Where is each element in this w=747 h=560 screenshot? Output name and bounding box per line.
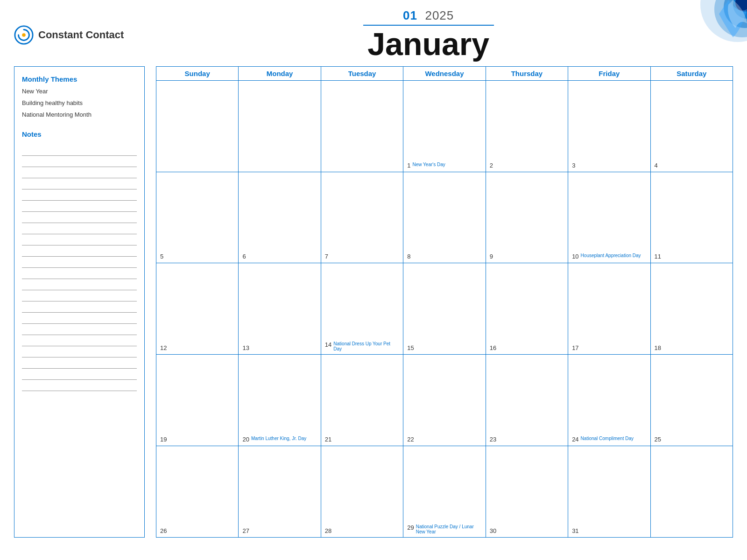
date-number: 5 [160,253,163,260]
cal-cell-jan22: 22 [403,355,486,446]
notes-title: Notes [22,130,137,138]
cal-cell-jan21: 21 [321,355,403,446]
note-line[interactable] [22,324,137,335]
date-number: 11 [655,253,661,260]
cal-cell-jan16: 16 [486,263,568,355]
month-number: 01 [403,8,417,22]
note-line[interactable] [22,189,137,201]
date-number: 27 [242,527,249,534]
date-number: 26 [160,527,167,534]
cal-cell-jan20: 20 Martin Luther King, Jr. Day [239,355,321,446]
week-2: 5 6 7 8 9 10 Houseplant Appreciation Day [156,172,733,264]
cal-cell-jan11: 11 [651,172,733,264]
cal-cell-jan26: 26 [156,446,239,538]
date-number: 18 [655,344,661,351]
cal-cell-empty [239,81,321,172]
cal-cell-empty [321,81,403,172]
cal-cell-jan27: 27 [239,446,321,538]
date-number: 12 [160,344,167,351]
note-line[interactable] [22,268,137,279]
week-5: 26 27 28 29 National Puzzle Day / Lunar … [156,446,733,538]
date-number: 24 [572,436,578,443]
cal-cell-jan3: 3 [568,81,650,172]
note-line[interactable] [22,234,137,245]
week-3: 12 13 14 National Dress Up Your Pet Day … [156,263,733,355]
note-line[interactable] [22,346,137,357]
date-number: 9 [490,253,493,260]
cell-event: National Puzzle Day / Lunar New Year [416,524,482,534]
note-line[interactable] [22,369,137,380]
note-line[interactable] [22,301,137,313]
month-name: January [124,27,733,62]
day-header-wednesday: Wednesday [403,67,486,81]
notes-lines [22,145,137,530]
theme-item-3: National Mentoring Month [22,111,137,118]
cal-cell-jan14: 14 National Dress Up Your Pet Day [321,263,403,355]
date-number: 23 [490,436,496,443]
note-line[interactable] [22,380,137,391]
cell-event: National Dress Up Your Pet Day [333,341,399,351]
note-line[interactable] [22,313,137,324]
note-line[interactable] [22,201,137,212]
cal-cell-jan28: 28 [321,446,403,538]
note-line[interactable] [22,290,137,301]
day-header-thursday: Thursday [486,67,568,81]
date-number: 16 [490,344,496,351]
day-header-saturday: Saturday [651,67,733,81]
note-line[interactable] [22,212,137,223]
week-1: 1 New Year's Day 2 3 4 [156,81,733,172]
cell-event: Houseplant Appreciation Day [581,253,641,258]
date-number: 6 [242,253,246,260]
date-number: 21 [325,436,331,443]
note-line[interactable] [22,279,137,290]
date-number: 3 [572,162,575,169]
cal-cell-jan8: 8 [403,172,486,264]
date-number: 22 [407,436,414,443]
day-header-sunday: Sunday [156,67,239,81]
theme-item-1: New Year [22,88,137,95]
cal-cell-jan2: 2 [486,81,568,172]
date-number: 30 [490,527,496,534]
corner-graphic [672,0,747,65]
date-number: 20 [242,436,249,443]
day-header-friday: Friday [568,67,650,81]
date-number: 4 [655,162,658,169]
date-number: 28 [325,527,331,534]
date-number: 31 [572,527,578,534]
cal-cell-jan6: 6 [239,172,321,264]
note-line[interactable] [22,223,137,234]
cell-event: Martin Luther King, Jr. Day [251,436,306,441]
cal-cell-jan30: 30 [486,446,568,538]
note-line[interactable] [22,178,137,189]
date-number: 14 [325,341,331,348]
date-number: 29 [407,524,414,531]
note-line[interactable] [22,167,137,178]
cal-cell-jan1: 1 New Year's Day [403,81,486,172]
cal-cell-jan12: 12 [156,263,239,355]
month-title-area: 01 2025 January [124,8,733,62]
note-line[interactable] [22,156,137,167]
logo-icon [14,25,34,45]
date-number: 1 [407,162,410,169]
svg-point-1 [22,33,26,37]
header-underline [363,25,494,26]
cal-cell-jan29: 29 National Puzzle Day / Lunar New Year [403,446,486,538]
cal-cell-jan4: 4 [651,81,733,172]
note-line[interactable] [22,145,137,156]
date-number: 7 [325,253,328,260]
week-4: 19 20 Martin Luther King, Jr. Day 21 22 … [156,355,733,446]
cell-event: New Year's Day [413,162,445,167]
note-line[interactable] [22,257,137,268]
cal-cell-jan5: 5 [156,172,239,264]
note-line[interactable] [22,335,137,346]
cal-cell-jan25: 25 [651,355,733,446]
main-layout: Monthly Themes New Year Building healthy… [0,62,747,542]
note-line[interactable] [22,245,137,257]
day-header-tuesday: Tuesday [321,67,403,81]
cal-cell-jan24: 24 National Compliment Day [568,355,650,446]
calendar-area: Sunday Monday Tuesday Wednesday Thursday… [156,66,733,538]
date-number: 2 [490,162,493,169]
note-line[interactable] [22,357,137,369]
cal-cell-jan10: 10 Houseplant Appreciation Day [568,172,650,264]
cal-cell-jan9: 9 [486,172,568,264]
